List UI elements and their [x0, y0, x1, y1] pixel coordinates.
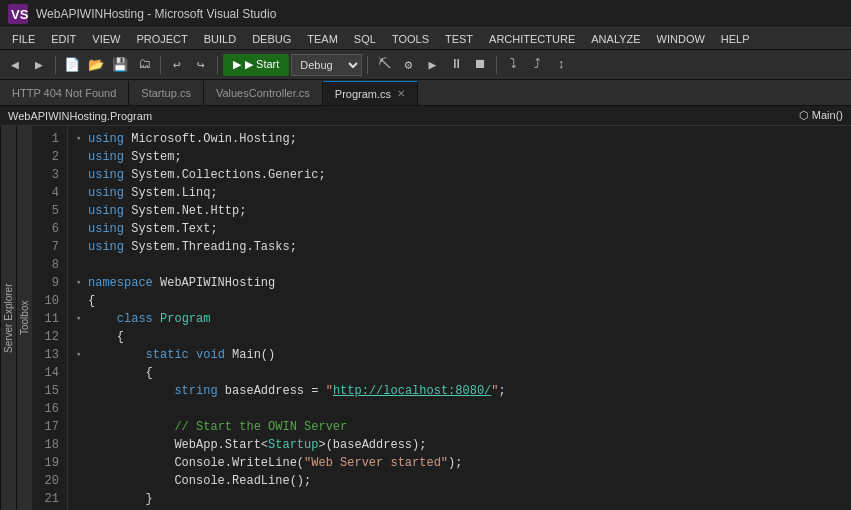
redo-button[interactable]: ↪	[190, 54, 212, 76]
line-num-10: 10	[32, 292, 67, 310]
toolbar-btn-5[interactable]: ⏹	[469, 54, 491, 76]
tab-http404[interactable]: HTTP 404 Not Found	[0, 81, 129, 105]
tab-program-label: Program.cs	[335, 88, 391, 100]
line-num-7: 7	[32, 238, 67, 256]
tab-valuescontroller[interactable]: ValuesController.cs	[204, 81, 323, 105]
menu-edit[interactable]: EDIT	[43, 31, 84, 47]
toolbar-btn-2[interactable]: ⚙	[397, 54, 419, 76]
undo-button[interactable]: ↩	[166, 54, 188, 76]
toolbar-btn-4[interactable]: ⏸	[445, 54, 467, 76]
forward-button[interactable]: ▶	[28, 54, 50, 76]
collapse-icon-1[interactable]: ▾	[76, 130, 86, 148]
toolbar-btn-7[interactable]: ⤴	[526, 54, 548, 76]
new-file-button[interactable]: 📄	[61, 54, 83, 76]
code-line-6: using System.Text;	[76, 220, 843, 238]
breadcrumb-path[interactable]: WebAPIWINHosting.Program	[8, 110, 152, 122]
code-line-4: using System.Linq;	[76, 184, 843, 202]
code-line-9: ▾namespace WebAPIWINHosting	[76, 274, 843, 292]
tab-program-close[interactable]: ✕	[397, 88, 405, 99]
code-line-14: {	[76, 364, 843, 382]
menu-test[interactable]: TEST	[437, 31, 481, 47]
line-num-4: 4	[32, 184, 67, 202]
menu-analyze[interactable]: ANALYZE	[583, 31, 648, 47]
line-num-9: 9	[32, 274, 67, 292]
line-num-13: 13	[32, 346, 67, 364]
code-line-18: WebApp.Start<Startup>(baseAddress);	[76, 436, 843, 454]
line-num-6: 6	[32, 220, 67, 238]
toolbar-separator-5	[496, 56, 497, 74]
debug-mode-dropdown[interactable]: Debug Release	[291, 54, 362, 76]
line-num-11: 11	[32, 310, 67, 328]
collapse-icon-11[interactable]: ▾	[76, 310, 86, 328]
code-lines[interactable]: ▾using Microsoft.Owin.Hosting; using Sys…	[68, 126, 851, 510]
tabs-bar: HTTP 404 Not Found Startup.cs ValuesCont…	[0, 80, 851, 106]
save-button[interactable]: 💾	[109, 54, 131, 76]
line-num-18: 18	[32, 436, 67, 454]
breadcrumb-method[interactable]: ⬡ Main()	[799, 109, 843, 122]
menu-build[interactable]: BUILD	[196, 31, 244, 47]
save-all-button[interactable]: 🗂	[133, 54, 155, 76]
start-icon: ▶	[233, 58, 241, 71]
toolbar-separator-3	[217, 56, 218, 74]
svg-text:VS: VS	[11, 7, 28, 22]
line-num-5: 5	[32, 202, 67, 220]
toolbar-separator-2	[160, 56, 161, 74]
code-line-16	[76, 400, 843, 418]
menu-debug[interactable]: DEBUG	[244, 31, 299, 47]
code-line-7: using System.Threading.Tasks;	[76, 238, 843, 256]
line-num-17: 17	[32, 418, 67, 436]
code-line-10: {	[76, 292, 843, 310]
line-num-21: 21	[32, 490, 67, 508]
tab-program[interactable]: Program.cs ✕	[323, 81, 418, 105]
toolbar-btn-1[interactable]: ⛏	[373, 54, 395, 76]
menu-project[interactable]: PROJECT	[128, 31, 195, 47]
back-button[interactable]: ◀	[4, 54, 26, 76]
code-line-13: ▾ static void Main()	[76, 346, 843, 364]
menu-help[interactable]: HELP	[713, 31, 758, 47]
line-num-19: 19	[32, 454, 67, 472]
line-num-8: 8	[32, 256, 67, 274]
code-line-20: Console.ReadLine();	[76, 472, 843, 490]
code-line-11: ▾ class Program	[76, 310, 843, 328]
server-explorer-label[interactable]: Server Explorer	[0, 126, 16, 510]
menu-file[interactable]: FILE	[4, 31, 43, 47]
open-file-button[interactable]: 📂	[85, 54, 107, 76]
collapse-icon-9[interactable]: ▾	[76, 274, 86, 292]
code-editor[interactable]: 1 2 3 4 5 6 7 8 9 10 11 12 13 14 15 16 1…	[32, 126, 851, 510]
code-line-5: using System.Net.Http;	[76, 202, 843, 220]
toolbar-btn-8[interactable]: ↕	[550, 54, 572, 76]
breadcrumb: WebAPIWINHosting.Program ⬡ Main()	[0, 106, 851, 126]
line-num-20: 20	[32, 472, 67, 490]
code-line-2: using System;	[76, 148, 843, 166]
toolbar-separator-1	[55, 56, 56, 74]
code-content: 1 2 3 4 5 6 7 8 9 10 11 12 13 14 15 16 1…	[32, 126, 851, 510]
code-line-19: Console.WriteLine("Web Server started");	[76, 454, 843, 472]
vs-logo-icon: VS	[8, 4, 28, 24]
toolbar-btn-3[interactable]: ▶	[421, 54, 443, 76]
line-num-3: 3	[32, 166, 67, 184]
line-num-1: 1	[32, 130, 67, 148]
menu-tools[interactable]: TOOLS	[384, 31, 437, 47]
line-num-14: 14	[32, 364, 67, 382]
menu-view[interactable]: VIEW	[84, 31, 128, 47]
code-line-1: ▾using Microsoft.Owin.Hosting;	[76, 130, 843, 148]
collapse-icon-13[interactable]: ▾	[76, 346, 86, 364]
line-num-12: 12	[32, 328, 67, 346]
title-bar: VS WebAPIWINHosting - Microsoft Visual S…	[0, 0, 851, 28]
menu-sql[interactable]: SQL	[346, 31, 384, 47]
tab-startup[interactable]: Startup.cs	[129, 81, 204, 105]
tab-startup-label: Startup.cs	[141, 87, 191, 99]
line-num-16: 16	[32, 400, 67, 418]
menu-architecture[interactable]: ARCHITECTURE	[481, 31, 583, 47]
menu-team[interactable]: TEAM	[299, 31, 346, 47]
line-num-15: 15	[32, 382, 67, 400]
start-button[interactable]: ▶ ▶ Start	[223, 54, 289, 76]
code-line-17: // Start the OWIN Server	[76, 418, 843, 436]
code-line-21: }	[76, 490, 843, 508]
tab-http404-label: HTTP 404 Not Found	[12, 87, 116, 99]
menu-window[interactable]: WINDOW	[649, 31, 713, 47]
toolbox-label[interactable]: Toolbox	[16, 126, 32, 510]
code-line-15: string baseAddress = "http://localhost:8…	[76, 382, 843, 400]
toolbar-separator-4	[367, 56, 368, 74]
toolbar-btn-6[interactable]: ⤵	[502, 54, 524, 76]
